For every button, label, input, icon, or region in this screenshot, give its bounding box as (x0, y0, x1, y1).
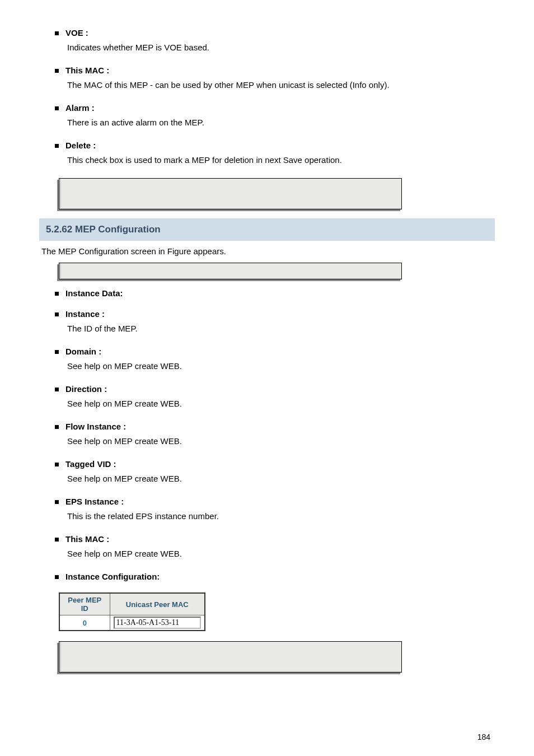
column-header-unicast-peer-mac: Unicast Peer MAC (110, 593, 205, 615)
bullet-body: The ID of the MEP. (67, 322, 495, 335)
bullet-item: Instance Configuration: (39, 572, 495, 581)
bullet-body: See help on MEP create WEB. (67, 472, 495, 486)
bullet-dot-icon (55, 500, 59, 504)
page-number: 184 (477, 732, 490, 741)
bullet-item: Alarm : There is an active alarm on the … (39, 103, 495, 129)
bullet-body: See help on MEP create WEB. (67, 435, 495, 448)
bullet-title: EPS Instance : (65, 497, 124, 506)
bullet-item: This MAC : The MAC of this MEP - can be … (39, 66, 495, 92)
bullet-dot-icon (55, 31, 59, 35)
bullet-title: Instance Configuration: (65, 572, 160, 581)
bullet-title: Instance Data: (65, 288, 123, 298)
bullet-dot-icon (55, 106, 59, 110)
bullet-body: There is an active alarm on the MEP. (67, 116, 495, 129)
section-header: 5.2.62 MEP Configuration (39, 218, 495, 241)
bullet-body: See help on MEP create WEB. (67, 360, 495, 373)
unicast-peer-mac-cell (110, 615, 205, 631)
bullet-item: This MAC : See help on MEP create WEB. (39, 534, 495, 561)
placeholder-panel (59, 641, 402, 673)
bullet-item: Tagged VID : See help on MEP create WEB. (39, 459, 495, 486)
bullet-item: Instance : The ID of the MEP. (39, 309, 495, 335)
bullet-dot-icon (55, 292, 59, 296)
bullet-title: VOE : (65, 28, 88, 38)
bullet-dot-icon (55, 388, 59, 391)
bullet-dot-icon (55, 69, 59, 73)
placeholder-panel (59, 178, 402, 209)
bullet-item: Direction : See help on MEP create WEB. (39, 384, 495, 410)
content-area: VOE : Indicates whether MEP is VOE based… (39, 28, 495, 673)
bullet-item: Instance Data: (39, 288, 495, 298)
bullet-title: Flow Instance : (65, 422, 126, 431)
bullet-title: This MAC : (65, 66, 109, 75)
bullet-item: EPS Instance : This is the related EPS i… (39, 497, 495, 523)
bullet-item: Delete : This check box is used to mark … (39, 141, 495, 167)
bullet-title: Domain : (65, 347, 101, 356)
peer-mep-id-cell: 0 (59, 615, 110, 631)
bullet-title: Delete : (65, 141, 96, 150)
bullet-dot-icon (55, 144, 59, 148)
bullet-title: Alarm : (65, 103, 95, 113)
bullet-dot-icon (55, 538, 59, 542)
bullet-body: This is the related EPS instance number. (67, 510, 495, 523)
bullet-item: Flow Instance : See help on MEP create W… (39, 422, 495, 448)
bullet-item: VOE : Indicates whether MEP is VOE based… (39, 28, 495, 54)
bullet-body: See help on MEP create WEB. (67, 397, 495, 410)
bullet-body: See help on MEP create WEB. (67, 547, 495, 561)
bullet-item: Domain : See help on MEP create WEB. (39, 347, 495, 373)
bullet-body: Indicates whether MEP is VOE based. (67, 41, 495, 54)
bullet-title: This MAC : (65, 534, 109, 544)
column-header-peer-mep-id: Peer MEP ID (59, 593, 110, 615)
bullet-title: Instance : (65, 309, 105, 319)
bullet-dot-icon (55, 350, 59, 354)
peer-mep-table: Peer MEP ID Unicast Peer MAC 0 (59, 592, 495, 631)
bullet-dot-icon (55, 425, 59, 429)
bullet-body: This check box is used to mark a MEP for… (67, 153, 495, 167)
placeholder-panel (59, 263, 402, 279)
table-row: 0 (59, 615, 205, 631)
bullet-dot-icon (55, 463, 59, 466)
bullet-dot-icon (55, 575, 59, 579)
bullet-title: Tagged VID : (65, 459, 116, 469)
section-lead-text: The MEP Configuration screen in Figure a… (41, 246, 495, 256)
bullet-title: Direction : (65, 384, 107, 394)
bullet-dot-icon (55, 312, 59, 316)
unicast-peer-mac-input[interactable] (114, 617, 202, 629)
bullet-body: The MAC of this MEP - can be used by oth… (67, 78, 495, 92)
